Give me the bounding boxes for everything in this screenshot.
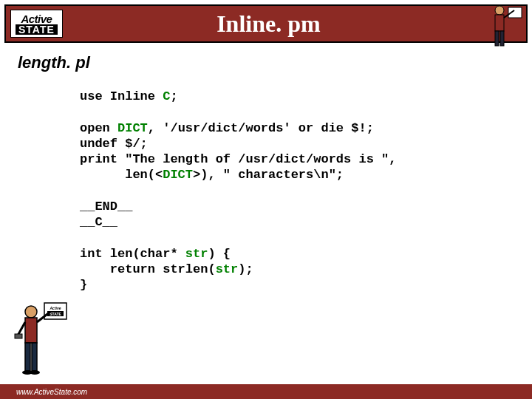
- svg-text:Active: Active: [49, 306, 61, 310]
- code-line: print "The length of /usr/dict/words is …: [80, 152, 396, 166]
- activestate-logo: Active STATE: [10, 10, 63, 38]
- code-line: len(<DICT>), " characters\n";: [80, 168, 344, 182]
- slide-subtitle: length. pl: [18, 53, 532, 72]
- header-bar: Active STATE Inline. pm: [4, 4, 528, 43]
- svg-rect-11: [25, 318, 37, 343]
- code-line: __END__: [80, 200, 132, 214]
- svg-line-13: [18, 322, 25, 335]
- page-title: Inline. pm: [63, 10, 526, 38]
- code-line: }: [80, 278, 87, 292]
- svg-point-18: [30, 370, 40, 375]
- svg-rect-15: [25, 343, 30, 371]
- svg-rect-14: [15, 334, 22, 338]
- code-line: open DICT, '/usr/dict/words' or die $!;: [80, 121, 374, 135]
- svg-point-1: [495, 6, 504, 15]
- code-line: int len(char* str) {: [80, 247, 231, 261]
- painter-figure-icon: [477, 0, 529, 52]
- svg-rect-16: [32, 343, 37, 371]
- logo-top: Active: [21, 13, 52, 24]
- logo-bottom: STATE: [16, 24, 58, 35]
- svg-rect-2: [495, 15, 504, 31]
- footer-bar: www.ActiveState.com: [0, 384, 532, 399]
- svg-point-10: [25, 306, 37, 318]
- code-line: undef $/;: [80, 137, 148, 151]
- svg-rect-4: [495, 31, 499, 46]
- svg-text:STATE: STATE: [50, 312, 61, 316]
- svg-rect-5: [500, 31, 504, 46]
- footer-url: www.ActiveState.com: [16, 388, 87, 396]
- code-line: __C__: [80, 215, 117, 229]
- code-line: return strlen(str);: [80, 262, 253, 276]
- code-block: use Inline C; open DICT, '/usr/dict/word…: [80, 89, 532, 293]
- painter-figure-icon: Active STATE: [9, 299, 75, 380]
- code-line: use Inline C;: [80, 89, 178, 103]
